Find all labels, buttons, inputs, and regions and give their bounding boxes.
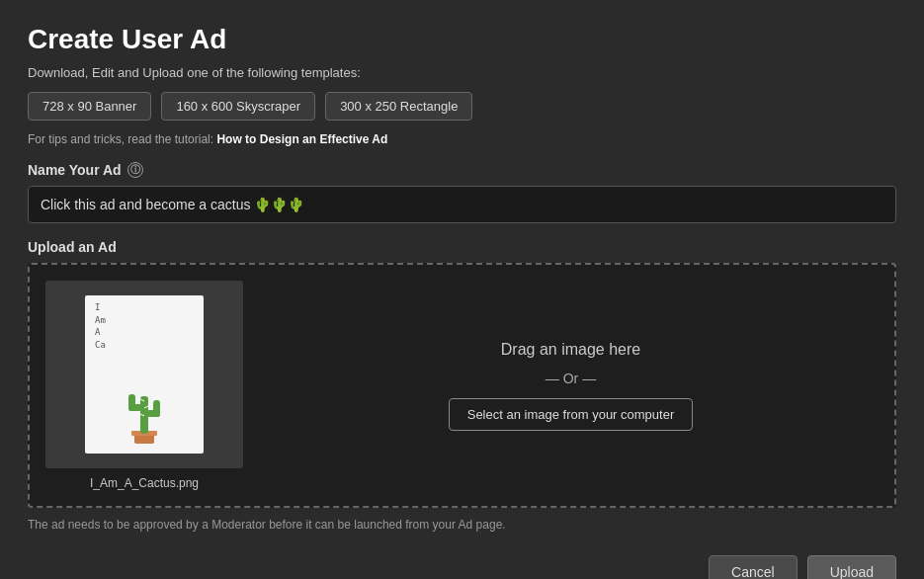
upload-button[interactable]: Upload (807, 555, 896, 579)
name-section-label: Name Your Ad ⓘ (28, 162, 896, 178)
image-filename: I_Am_A_Cactus.png (90, 476, 199, 490)
drag-text: Drag an image here (501, 341, 640, 359)
cancel-button[interactable]: Cancel (709, 555, 798, 579)
ad-name-input[interactable] (28, 186, 896, 223)
cactus-svg (115, 367, 174, 446)
subtitle-text: Download, Edit and Upload one of the fol… (28, 65, 896, 80)
name-info-icon[interactable]: ⓘ (127, 162, 143, 178)
cactus-image-wrapper: IAmACa (85, 295, 204, 454)
template-rectangle-button[interactable]: 300 x 250 Rectangle (325, 92, 472, 121)
page-title: Create User Ad (28, 24, 896, 55)
select-image-button[interactable]: Select an image from your computer (449, 398, 694, 431)
footer-buttons: Cancel Upload (28, 551, 896, 579)
or-text: — Or — (546, 371, 596, 386)
template-skyscraper-button[interactable]: 160 x 600 Skyscraper (161, 92, 315, 121)
upload-right-panel: Drag an image here — Or — Select an imag… (263, 341, 879, 431)
image-preview: IAmACa (45, 281, 243, 468)
template-banner-button[interactable]: 728 x 90 Banner (28, 92, 151, 121)
sketch-text: IAmACa (95, 301, 106, 351)
image-preview-container: IAmACa (45, 281, 243, 490)
approval-notice: The ad needs to be approved by a Moderat… (28, 518, 896, 532)
tips-text: For tips and tricks, read the tutorial: … (28, 132, 896, 146)
tutorial-link[interactable]: How to Design an Effective Ad (216, 132, 387, 146)
upload-dropzone[interactable]: IAmACa (28, 263, 896, 508)
svg-rect-4 (128, 394, 135, 411)
template-buttons-container: 728 x 90 Banner 160 x 600 Skyscraper 300… (28, 92, 896, 121)
upload-section-label: Upload an Ad (28, 239, 896, 255)
svg-rect-6 (153, 400, 160, 417)
